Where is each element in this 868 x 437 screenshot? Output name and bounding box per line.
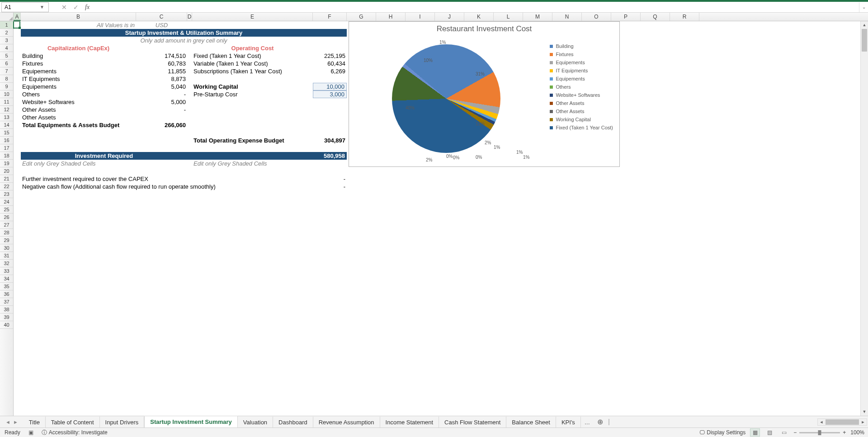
row-header-38[interactable]: 38 [0, 306, 13, 314]
row-header-22[interactable]: 22 [0, 183, 13, 190]
op-item-label[interactable]: Variable (Taken 1 Year Cost) [192, 60, 313, 67]
row-header-20[interactable]: 20 [0, 167, 13, 175]
vscroll-thumb[interactable] [862, 29, 867, 52]
sheet-tab[interactable]: Title [24, 417, 46, 428]
column-header-D[interactable]: D [187, 13, 192, 21]
column-header-J[interactable]: J [435, 13, 464, 21]
tab-more[interactable]: ... [581, 418, 594, 426]
row-header-25[interactable]: 25 [0, 206, 13, 214]
row-header-19[interactable]: 19 [0, 160, 13, 167]
vertical-scrollbar[interactable]: ▲ ▼ [860, 21, 868, 416]
sheet-tab[interactable]: Balance Sheet [506, 417, 556, 428]
values-in-label[interactable]: All Values is in [21, 21, 136, 29]
row-header-10[interactable]: 10 [0, 90, 13, 98]
column-header-N[interactable]: N [552, 13, 582, 21]
capex-item-value[interactable]: - [136, 106, 187, 114]
row-header-17[interactable]: 17 [0, 144, 13, 152]
capex-title[interactable]: Capitalization (CapEx) [21, 44, 136, 52]
row-header-21[interactable]: 21 [0, 175, 13, 183]
row-header-29[interactable]: 29 [0, 237, 13, 244]
column-header-I[interactable]: I [406, 13, 435, 21]
opcost-title[interactable]: Operating Cost [192, 44, 313, 52]
column-header-A[interactable]: A [14, 13, 21, 21]
sheet-tab[interactable]: Input Drivers [100, 417, 145, 428]
hscroll-thumb[interactable] [826, 419, 859, 425]
select-all-corner[interactable] [0, 13, 14, 21]
row-header-37[interactable]: 37 [0, 298, 13, 306]
capex-item-value[interactable]: 5,000 [136, 98, 187, 106]
edit-note-right[interactable]: Edit only Grey Shaded Cells [192, 160, 313, 167]
zoom-thumb[interactable] [818, 430, 821, 435]
capex-item-value[interactable]: 11,855 [136, 67, 187, 75]
row-header-36[interactable]: 36 [0, 290, 13, 298]
row-header-24[interactable]: 24 [0, 198, 13, 206]
op-item-value[interactable]: 225,195 [313, 52, 347, 60]
sheet-tab[interactable]: KPI's [556, 417, 581, 428]
column-header-P[interactable]: P [611, 13, 641, 21]
capex-item-label[interactable]: Website+ Softwares [21, 98, 136, 106]
row-header-6[interactable]: 6 [0, 60, 13, 67]
column-header-O[interactable]: O [582, 13, 611, 21]
column-header-R[interactable]: R [670, 13, 699, 21]
sheet-tab[interactable]: Cash Flow Statement [439, 417, 506, 428]
negative-cashflow-label[interactable]: Negative cash flow (Additional cash flow… [21, 183, 292, 190]
view-page-layout-button[interactable]: ▤ [764, 428, 774, 437]
capex-item-label[interactable]: Other Assets [21, 106, 136, 114]
macro-record-icon[interactable]: ▣ [28, 429, 33, 436]
row-header-5[interactable]: 5 [0, 52, 13, 60]
scroll-left-button[interactable]: ◄ [818, 420, 825, 424]
zoom-slider[interactable]: − + [793, 429, 846, 436]
cell-area[interactable]: All Values is inUSDStartup Investment & … [14, 21, 868, 416]
row-header-34[interactable]: 34 [0, 275, 13, 283]
row-header-8[interactable]: 8 [0, 75, 13, 83]
further-investment-value[interactable]: - [313, 175, 347, 183]
capex-item-label[interactable]: Other Assets [21, 114, 136, 121]
zoom-level[interactable]: 100% [850, 429, 864, 436]
formula-bar-expand[interactable]: ⌄ [859, 2, 868, 12]
tab-nav-prev[interactable]: ◄ [5, 419, 10, 425]
row-header-30[interactable]: 30 [0, 244, 13, 252]
tab-nav-next[interactable]: ► [13, 419, 18, 425]
name-box[interactable]: ▼ [1, 2, 49, 12]
investment-required-row[interactable]: Investment Required580,958 [21, 152, 347, 160]
working-capital-input[interactable]: 10,000 [313, 83, 347, 90]
prestartup-input[interactable]: 3,000 [313, 90, 347, 98]
select-all-triangle-icon[interactable] [0, 13, 14, 21]
currency-label[interactable]: USD [136, 21, 187, 29]
capex-item-value[interactable]: - [136, 90, 187, 98]
column-header-L[interactable]: L [494, 13, 523, 21]
op-total-value[interactable]: 304,897 [313, 137, 347, 144]
sheet-tab[interactable]: Income Statement [380, 417, 439, 428]
column-header-B[interactable]: B [21, 13, 136, 21]
row-header-1[interactable]: 1 [0, 21, 14, 29]
tab-split-handle[interactable] [609, 419, 611, 425]
row-header-11[interactable]: 11 [0, 98, 13, 106]
capex-item-label[interactable]: Equipements [21, 83, 136, 90]
row-header-35[interactable]: 35 [0, 283, 13, 290]
zoom-in-button[interactable]: + [843, 429, 846, 436]
op-item-label[interactable]: Fixed (Taken 1 Year Cost) [192, 52, 313, 60]
sheet-tab[interactable]: Valuation [238, 417, 273, 428]
row-header-32[interactable]: 32 [0, 260, 13, 267]
row-header-31[interactable]: 31 [0, 252, 13, 260]
section-header-investment[interactable]: Startup Investment & Utilization Summary [21, 29, 347, 37]
new-sheet-button[interactable]: ⊕ [594, 418, 607, 426]
horizontal-scrollbar[interactable]: ◄ ► [613, 418, 867, 426]
column-header-M[interactable]: M [523, 13, 552, 21]
row-header-33[interactable]: 33 [0, 267, 13, 275]
column-header-K[interactable]: K [464, 13, 494, 21]
view-normal-button[interactable]: ▦ [750, 428, 760, 437]
capex-total-value[interactable]: 266,060 [136, 121, 187, 129]
row-header-2[interactable]: 2 [0, 29, 13, 37]
row-header-18[interactable]: 18 [0, 152, 13, 160]
capex-item-value[interactable] [136, 114, 187, 121]
accessibility-status[interactable]: ⓘAccessibility: Investigate [42, 429, 108, 437]
grey-cell-note[interactable]: Only add amount in grey cell only [21, 37, 347, 44]
row-header-15[interactable]: 15 [0, 129, 13, 137]
row-header-14[interactable]: 14 [0, 121, 13, 129]
capex-item-label[interactable]: Building [21, 52, 136, 60]
column-header-Q[interactable]: Q [641, 13, 670, 21]
row-header-4[interactable]: 4 [0, 44, 13, 52]
view-page-break-button[interactable]: ▭ [779, 428, 789, 437]
row-header-40[interactable]: 40 [0, 321, 13, 329]
